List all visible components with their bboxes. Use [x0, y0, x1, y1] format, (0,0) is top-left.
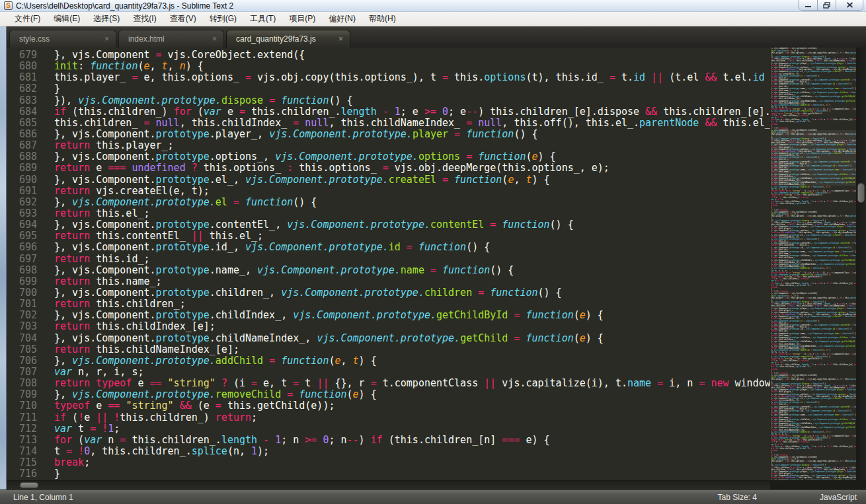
line-number[interactable]: 714 — [7, 446, 38, 457]
line-number[interactable]: 710 — [7, 400, 38, 412]
editor-area[interactable]: 6796806816826836846856866876886896906916… — [7, 48, 866, 480]
line-number[interactable]: 690 — [7, 174, 38, 186]
tab-style-css[interactable]: style.css × — [9, 30, 116, 48]
code-line[interactable]: }, vjs.Component.prototype.childNameInde… — [54, 333, 770, 344]
tab-close-icon[interactable]: × — [338, 35, 343, 43]
menu-item-7[interactable]: 项目(P) — [282, 11, 322, 26]
code-line[interactable]: var t = !1; — [54, 423, 770, 435]
line-number[interactable]: 679 — [7, 50, 38, 61]
code-line[interactable]: return e === undefined ? this.options_ :… — [54, 162, 770, 174]
line-number[interactable]: 696 — [7, 242, 38, 253]
tab-index-html[interactable]: index.html × — [118, 30, 224, 48]
code-line[interactable]: return this.id_; — [54, 254, 770, 265]
line-number[interactable]: 701 — [7, 299, 38, 310]
code-line[interactable]: }, vjs.Component.prototype.id_, vjs.Comp… — [54, 242, 770, 253]
code-line[interactable]: this.player_ = e, this.options_ = vjs.ob… — [771, 297, 856, 299]
line-number[interactable]: 705 — [7, 344, 38, 355]
code-line[interactable]: }), vjs.Component.prototype.dispose = fu… — [54, 95, 770, 106]
code-line[interactable]: }, vjs.Component.prototype.el = function… — [54, 197, 770, 208]
code-line[interactable]: }, vjs.Component = vjs.CoreObject.extend… — [54, 50, 770, 61]
line-number[interactable]: 708 — [7, 378, 38, 389]
line-number[interactable]: 693 — [7, 208, 38, 219]
code-line[interactable]: }, vjs.Component.prototype.childIndex_, … — [54, 310, 770, 321]
code-line[interactable]: return typeof e == "string" ? (i = e, t … — [54, 378, 770, 389]
line-number[interactable]: 691 — [7, 186, 38, 197]
code-line[interactable]: }, vjs.Component.prototype.removeChild =… — [54, 389, 770, 400]
minimize-button[interactable] — [799, 0, 818, 10]
line-number[interactable]: 709 — [7, 389, 38, 400]
code-line[interactable]: return this.contentEl_ || this.el_; — [54, 231, 770, 242]
line-number[interactable]: 682 — [7, 83, 38, 94]
code-line[interactable]: } — [54, 468, 770, 480]
menu-item-1[interactable]: 编辑(E) — [47, 11, 87, 26]
code-line[interactable]: }, vjs.Component.prototype.player_, vjs.… — [54, 129, 770, 140]
code-line[interactable]: }, vjs.Component.prototype.addChild = fu… — [54, 355, 770, 367]
line-number[interactable]: 681 — [7, 72, 38, 83]
code-line[interactable]: this.player_ = e, this.options_ = vjs.ob… — [771, 460, 856, 462]
line-number[interactable]: 703 — [7, 321, 38, 332]
line-number[interactable]: 706 — [7, 355, 38, 367]
code-line[interactable]: }, vjs.Component.prototype.contentEl_, v… — [54, 219, 770, 231]
code-line[interactable]: return this.el_; — [54, 208, 770, 219]
horizontal-scrollbar-thumb[interactable] — [20, 482, 38, 488]
minimap[interactable]: }, vjs.Component = vjs.CoreObject.extend… — [770, 48, 856, 480]
code-line[interactable]: if (!e || !this.children_) return; — [54, 412, 770, 423]
line-number[interactable]: 712 — [7, 423, 38, 435]
code-line[interactable]: typeof e == "string" && (e = this.getChi… — [54, 400, 770, 412]
code-line[interactable]: this.player_ = e, this.options_ = vjs.ob… — [771, 215, 856, 217]
tab-close-icon[interactable]: × — [212, 35, 217, 43]
code-line[interactable]: return this.childNameIndex_[e]; — [54, 344, 770, 355]
menu-item-4[interactable]: 查看(V) — [163, 11, 203, 26]
line-number[interactable]: 688 — [7, 151, 38, 162]
code-line[interactable]: if (!t) return; — [54, 480, 770, 480]
code-line[interactable]: this.player_ = e, this.options_ = vjs.ob… — [54, 72, 770, 83]
code-line[interactable]: break; — [54, 457, 770, 468]
tab-close-icon[interactable]: × — [104, 35, 109, 43]
code-line[interactable]: this.player_ = e, this.options_ = vjs.ob… — [771, 378, 856, 380]
line-number[interactable]: 683 — [7, 95, 38, 106]
restore-button[interactable] — [818, 0, 836, 10]
menu-item-2[interactable]: 选择(S) — [87, 11, 126, 26]
vertical-scrollbar[interactable] — [856, 48, 866, 480]
code-line[interactable]: return vjs.createEl(e, t); — [54, 186, 770, 197]
code-line[interactable]: var n, r, i, s; — [54, 367, 770, 378]
code-line[interactable]: return this.childIndex_[e]; — [54, 321, 770, 332]
line-number[interactable]: 680 — [7, 61, 38, 72]
code-line[interactable]: }, vjs.Component.prototype.children_, vj… — [54, 287, 770, 299]
code-line[interactable]: }, vjs.Component.prototype.el_, vjs.Comp… — [54, 174, 770, 186]
line-number[interactable]: 698 — [7, 265, 38, 276]
code-line[interactable]: init: function(e, t, n) { — [54, 61, 770, 72]
horizontal-scrollbar-track[interactable] — [7, 481, 770, 489]
tab-card-quantity-js[interactable]: card_quantity29fa73.js × — [226, 30, 350, 48]
titlebar[interactable]: S C:\Users\dell\Desktop\card_quantity29f… — [0, 0, 866, 12]
menu-item-0[interactable]: 文件(F) — [8, 11, 47, 26]
menu-item-6[interactable]: 工具(T) — [243, 11, 282, 26]
line-number[interactable]: 711 — [7, 412, 38, 423]
line-number[interactable]: 715 — [7, 457, 38, 468]
code-line[interactable]: this.player_ = e, this.options_ = vjs.ob… — [771, 52, 856, 54]
line-number[interactable]: 695 — [7, 231, 38, 242]
close-button[interactable] — [836, 0, 863, 10]
code-line[interactable]: return this.name_; — [54, 276, 770, 287]
code-line[interactable]: }, vjs.Component.prototype.el_, vjs.Comp… — [771, 479, 856, 480]
minimap-viewport[interactable] — [771, 130, 856, 186]
menu-item-8[interactable]: 偏好(N) — [322, 11, 362, 26]
line-number[interactable]: 716 — [7, 468, 38, 480]
code-line[interactable]: return this.player_; — [54, 140, 770, 151]
line-number[interactable]: 687 — [7, 140, 38, 151]
vertical-scrollbar-thumb[interactable] — [857, 183, 865, 203]
menu-item-5[interactable]: 转到(G) — [203, 11, 243, 26]
line-number[interactable]: 692 — [7, 197, 38, 208]
line-number[interactable]: 685 — [7, 118, 38, 129]
code-line[interactable]: if (this.children_) for (var e = this.ch… — [54, 106, 770, 118]
code-line[interactable]: } — [54, 83, 770, 94]
menu-item-3[interactable]: 查找(I) — [126, 11, 163, 26]
code-line[interactable]: }, vjs.Component.prototype.name_, vjs.Co… — [54, 265, 770, 276]
line-number[interactable]: 717 — [7, 480, 38, 480]
line-number[interactable]: 699 — [7, 276, 38, 287]
menu-item-9[interactable]: 帮助(H) — [362, 11, 403, 26]
code-line[interactable]: }, vjs.Component.prototype.options_, vjs… — [54, 151, 770, 162]
code-line[interactable]: for (var n = this.children_.length - 1; … — [54, 435, 770, 446]
line-number[interactable]: 700 — [7, 287, 38, 299]
line-number[interactable]: 713 — [7, 435, 38, 446]
